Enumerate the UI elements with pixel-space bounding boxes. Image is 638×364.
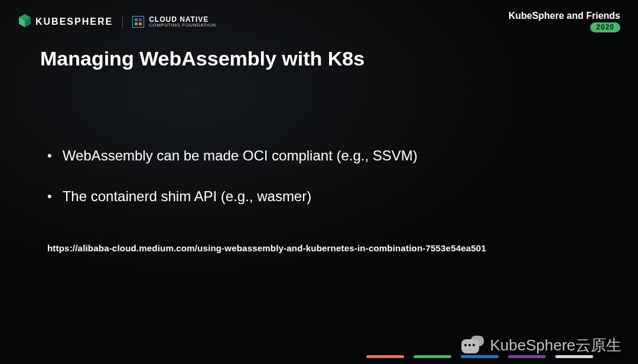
svg-rect-6 (139, 22, 142, 25)
dash-green (414, 355, 451, 358)
reference-url: https://alibaba-cloud.medium.com/using-w… (47, 243, 486, 253)
dash-orange (366, 355, 404, 358)
wechat-icon (461, 336, 485, 356)
watermark-text: KubeSphere云原生 (490, 335, 621, 356)
cncf-logo: CLOUD NATIVE COMPUTING FOUNDATION (132, 16, 216, 28)
svg-rect-4 (139, 18, 142, 21)
header-divider (122, 15, 123, 28)
svg-rect-3 (135, 18, 138, 21)
event-year-badge: 2020 (590, 22, 620, 32)
kubesphere-logo-text: KUBESPHERE (35, 17, 113, 27)
bullet-text: WebAssembly can be made OCI compliant (e… (63, 147, 418, 164)
bullet-text: The containerd shim API (e.g., wasmer) (63, 188, 312, 205)
slide-title: Managing WebAssembly with K8s (40, 47, 364, 70)
cncf-line1: CLOUD NATIVE (149, 16, 216, 23)
svg-rect-5 (135, 22, 138, 25)
slide-header: KUBESPHERE CLOUD NATIVE COMPUTING FOUNDA… (18, 11, 620, 32)
cncf-text: CLOUD NATIVE COMPUTING FOUNDATION (149, 16, 216, 28)
bullet-list: WebAssembly can be made OCI compliant (e… (47, 147, 603, 228)
bullet-item: WebAssembly can be made OCI compliant (e… (47, 147, 603, 165)
header-right: KubeSphere and Friends 2020 (509, 11, 620, 32)
bullet-item: The containerd shim API (e.g., wasmer) (47, 188, 603, 205)
kubesphere-hex-icon (18, 14, 32, 30)
kubesphere-logo: KUBESPHERE (18, 14, 113, 30)
watermark: KubeSphere云原生 (461, 335, 621, 356)
event-title: KubeSphere and Friends (509, 11, 620, 21)
cncf-icon (132, 16, 144, 28)
cncf-line2: COMPUTING FOUNDATION (149, 23, 216, 28)
